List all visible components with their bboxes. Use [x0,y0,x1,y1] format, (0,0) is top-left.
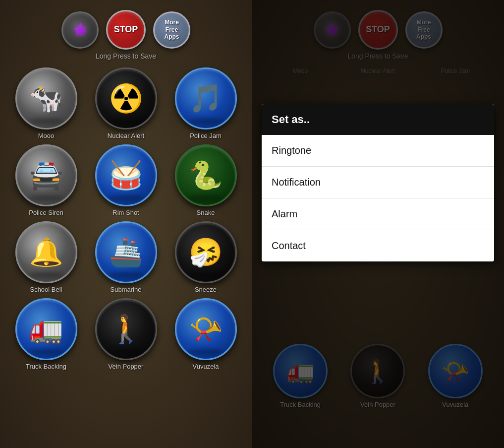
more-apps-button[interactable]: MoreFreeApps [153,11,190,49]
long-press-hint: Long Press to Save [96,52,156,60]
popup-menu: Set as.. Ringtone Notification Alarm Con… [262,104,494,261]
vein-popper-icon: 🚶 [109,316,143,343]
vein-popper-label: Vein Popper [109,363,144,370]
police-siren-label: Police Siren [29,209,63,216]
truck-backing-icon: 🚛 [29,316,63,343]
alarm-option[interactable]: Alarm [262,198,494,230]
vuvuzela-icon: 📯 [189,316,223,343]
ringtone-option[interactable]: Ringtone [262,135,494,167]
nuclear-alert-icon: ☢️ [109,85,143,112]
sound-item-nuclear-alert[interactable]: ☢️ Nuclear Alert [87,67,165,139]
submarine-button[interactable]: 🚢 [95,221,157,283]
sound-item-mooo[interactable]: 🐄 Mooo [7,67,85,139]
school-bell-button[interactable]: 🔔 [15,221,77,283]
sound-item-snake[interactable]: 🐍 Snake [167,144,244,216]
police-jam-label: Police Jam [190,132,222,139]
police-siren-button[interactable]: 🚔 [15,144,77,206]
school-bell-label: School Bell [30,286,62,293]
sound-item-vuvuzela[interactable]: 📯 Vuvuzela [167,298,244,370]
mooo-label: Mooo [38,132,55,139]
more-apps-label: MoreFreeApps [165,19,179,40]
star-icon: ★ [72,19,88,40]
nuclear-alert-button[interactable]: ☢️ [95,67,157,129]
police-jam-icon: 🎵 [189,85,223,112]
sneeze-icon: 🤧 [189,239,223,266]
nuclear-alert-label: Nuclear Alert [108,132,144,139]
sneeze-label: Sneeze [195,286,217,293]
submarine-label: Submarine [111,286,142,293]
school-bell-icon: 🔔 [29,239,63,266]
stop-label: STOP [114,25,138,35]
vuvuzela-button[interactable]: 📯 [175,298,237,360]
rim-shot-icon: 🥁 [109,162,143,189]
vuvuzela-label: Vuvuzela [193,363,219,370]
sound-item-police-siren[interactable]: 🚔 Police Siren [7,144,85,216]
favorites-button[interactable]: ★ [61,11,99,49]
snake-label: Snake [197,209,215,216]
police-jam-button[interactable]: 🎵 [175,67,237,129]
snake-icon: 🐍 [189,162,223,189]
rim-shot-button[interactable]: 🥁 [95,144,157,206]
left-panel: ★ STOP MoreFreeApps Long Press to Save 🐄… [0,0,252,448]
sound-item-vein-popper[interactable]: 🚶 Vein Popper [87,298,165,370]
sound-item-truck-backing[interactable]: 🚛 Truck Backing [7,298,85,370]
submarine-icon: 🚢 [109,239,143,266]
truck-backing-label: Truck Backing [26,363,66,370]
mooo-button[interactable]: 🐄 [15,67,77,129]
vein-popper-button[interactable]: 🚶 [95,298,157,360]
sound-item-police-jam[interactable]: 🎵 Police Jam [167,67,244,139]
police-siren-icon: 🚔 [29,162,63,189]
popup-header: Set as.. [262,104,494,135]
contact-option[interactable]: Contact [262,230,494,261]
rim-shot-label: Rim Shot [112,209,139,216]
mooo-icon: 🐄 [29,85,63,112]
notification-option[interactable]: Notification [262,167,494,198]
stop-button[interactable]: STOP [106,10,146,50]
truck-backing-button[interactable]: 🚛 [15,298,77,360]
sound-item-sneeze[interactable]: 🤧 Sneeze [167,221,244,293]
sound-item-rim-shot[interactable]: 🥁 Rim Shot [87,144,165,216]
sound-item-school-bell[interactable]: 🔔 School Bell [7,221,85,293]
sound-item-submarine[interactable]: 🚢 Submarine [87,221,165,293]
sound-grid: 🐄 Mooo ☢️ Nuclear Alert 🎵 Police Jam 🚔 P… [5,67,247,370]
snake-button[interactable]: 🐍 [175,144,237,206]
sneeze-button[interactable]: 🤧 [175,221,237,283]
right-panel: ★ STOP MoreFreeApps Long Press to Save M… [252,0,504,448]
toolbar: ★ STOP MoreFreeApps [61,10,190,50]
